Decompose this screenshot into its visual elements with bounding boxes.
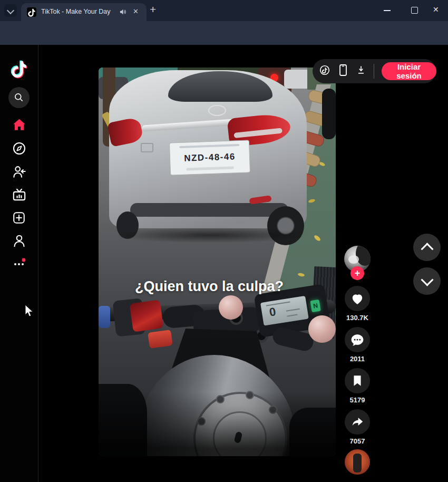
moto-blue-lever xyxy=(99,306,110,328)
overlay-divider xyxy=(374,64,374,79)
sedan-nissan-badge xyxy=(208,105,226,116)
browser-toolbar: ← tiktok.com ☆ <> J xyxy=(0,21,448,45)
sedan-shadow xyxy=(113,227,308,243)
license-plate-text: NZD-48-46 xyxy=(184,151,236,163)
get-app-phone-icon[interactable] xyxy=(338,64,348,79)
sound-disc-avatar[interactable] xyxy=(345,449,370,475)
bookmark-button[interactable] xyxy=(345,368,370,393)
profile-icon xyxy=(12,234,26,248)
comment-button[interactable] xyxy=(345,327,370,352)
compass-icon xyxy=(12,141,26,156)
heart-icon xyxy=(350,292,364,305)
home-icon xyxy=(12,118,26,132)
window-close-button[interactable]: ✕ xyxy=(433,5,439,14)
sidebar-item-profile[interactable] xyxy=(0,234,38,248)
gear-indicator: N xyxy=(310,300,321,312)
notification-dot xyxy=(22,258,26,262)
window-maximize-button[interactable] xyxy=(411,7,418,14)
window-minimize-button[interactable] xyxy=(384,10,391,11)
tiktok-logo[interactable] xyxy=(9,57,29,81)
more-dots-icon xyxy=(12,257,26,268)
download-video-icon[interactable] xyxy=(356,64,366,78)
sidebar-item-home[interactable] xyxy=(0,118,38,132)
moto-barend-ball-left xyxy=(219,295,243,320)
disc-figure xyxy=(353,454,362,473)
search-icon xyxy=(14,92,24,103)
browser-window: TikTok - Make Your Day ✕ + ✕ ← tiktok.co… xyxy=(0,0,448,482)
moto-red-switch-lower xyxy=(148,330,173,349)
sedan-trunk-keyhole xyxy=(141,143,153,152)
new-tab-button[interactable]: + xyxy=(150,3,156,16)
sidebar-item-upload[interactable] xyxy=(0,211,38,225)
header-overlay: Iniciar sesión xyxy=(313,59,436,83)
bookmark-count: 5179 xyxy=(340,396,374,404)
browser-tab[interactable]: TikTok - Make Your Day ✕ xyxy=(21,3,147,21)
tab-audio-icon[interactable] xyxy=(119,8,127,18)
scene-rider-silhouette xyxy=(322,89,336,139)
video-bottom-fade xyxy=(99,392,336,456)
follow-button[interactable]: + xyxy=(350,266,364,280)
chevron-down-icon xyxy=(7,7,14,14)
comment-count: 2011 xyxy=(340,355,374,363)
speed-value: 0 xyxy=(268,305,277,320)
following-icon xyxy=(12,165,26,179)
comment-icon xyxy=(350,333,364,346)
sidebar xyxy=(0,45,38,482)
sidebar-item-following[interactable] xyxy=(0,165,38,179)
speedometer-lcd: 0 xyxy=(260,296,309,326)
video-player[interactable]: NZD-48-46 0 N xyxy=(99,68,336,456)
mouse-cursor xyxy=(24,304,35,318)
tiktok-coin-icon[interactable] xyxy=(319,64,330,78)
like-count: 130.7K xyxy=(340,314,374,322)
like-button[interactable] xyxy=(345,286,370,311)
bookmark-icon xyxy=(352,374,363,387)
moto-red-switch xyxy=(130,300,164,332)
avatar-detail xyxy=(348,255,359,264)
share-count: 7057 xyxy=(340,437,374,445)
tiktok-page: NZD-48-46 0 N xyxy=(0,45,448,482)
avatar-detail xyxy=(356,246,371,266)
tab-close-button[interactable]: ✕ xyxy=(133,7,139,15)
tiktok-favicon xyxy=(27,7,36,17)
tab-title: TikTok - Make Your Day xyxy=(41,8,111,15)
video-caption: ¿Quien tuvo la culpa? xyxy=(101,278,317,295)
sidebar-search-button[interactable] xyxy=(8,87,30,108)
sedan-bumper-trim xyxy=(130,203,288,217)
chevron-up-icon xyxy=(421,243,433,255)
share-arrow-icon xyxy=(350,416,364,428)
upload-plus-icon xyxy=(12,211,26,225)
sidebar-item-explore[interactable] xyxy=(0,141,38,156)
license-plate: NZD-48-46 xyxy=(169,140,250,175)
next-video-button[interactable] xyxy=(413,267,441,295)
previous-video-button[interactable] xyxy=(413,234,441,261)
moto-barend-ball-right xyxy=(308,315,336,343)
login-button[interactable]: Iniciar sesión xyxy=(382,62,436,80)
tab-strip: TikTok - Make Your Day ✕ + ✕ xyxy=(0,0,448,21)
sidebar-item-more[interactable] xyxy=(0,257,38,268)
share-button[interactable] xyxy=(345,409,370,435)
live-tv-icon xyxy=(12,188,26,202)
chevron-down-icon xyxy=(421,273,433,286)
tab-search-button[interactable] xyxy=(4,4,17,17)
sidebar-item-live[interactable] xyxy=(0,188,38,202)
